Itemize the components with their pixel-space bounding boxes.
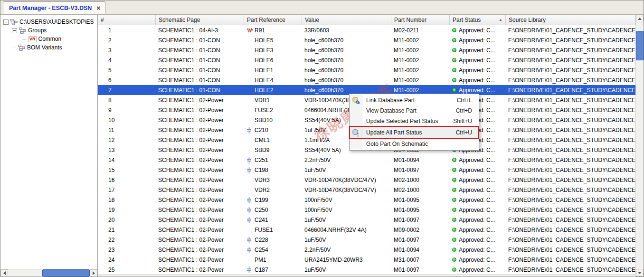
cell-row-number: 8 xyxy=(98,95,156,105)
column-header-value[interactable]: Value xyxy=(302,15,391,25)
column-header-part-reference[interactable]: Part Reference xyxy=(244,15,302,25)
capacitor-symbol-icon xyxy=(246,157,255,163)
document-tab[interactable]: Part Manager - ESCB-V3.DSN × xyxy=(3,1,105,14)
column-header-part-number[interactable]: Part Number xyxy=(391,15,450,25)
cell-part-reference: R91 xyxy=(244,25,302,35)
cell-row-number: 23 xyxy=(98,245,156,255)
variant-icon: VR xyxy=(28,36,37,42)
status-approved-icon xyxy=(452,48,456,52)
table-row[interactable]: 6SCHEMATIC1 : 01-CONHOLE4hole_c600h370M1… xyxy=(98,75,635,85)
table-row[interactable]: 3SCHEMATIC1 : 01-CONHOLE3hole_c600h370M1… xyxy=(98,45,635,55)
cell-source-library: F:\ONEDRIVE\01_CADENCE_STUDY\CADENCE_L xyxy=(506,65,635,75)
part-status-text: Approved: C... xyxy=(459,67,495,74)
cell-part-status: Approved: C... xyxy=(450,55,506,65)
tree-item-label: Common xyxy=(38,36,62,42)
column-header-part-status[interactable]: Part Status▲ xyxy=(450,15,506,25)
scroll-thumb[interactable] xyxy=(636,31,644,60)
table-row[interactable]: 4SCHEMATIC1 : 01-CONHOLE6hole_c600h370M1… xyxy=(98,55,635,65)
capacitor-symbol-icon xyxy=(246,127,255,134)
scroll-left-button[interactable] xyxy=(0,269,8,277)
collapse-icon[interactable] xyxy=(3,19,9,25)
tree-item-bom-variants[interactable]: BOM Variants xyxy=(0,43,97,52)
menu-item-label: Update Selected Part Status xyxy=(362,118,453,124)
cell-schematic-page: SCHEMATIC1 : 01-CON xyxy=(156,45,244,55)
cell-part-number: M01-0095 xyxy=(391,195,450,205)
cell-part-reference: HOLE2 xyxy=(244,85,302,95)
table-row[interactable]: 15SCHEMATIC1 : 02-PowerC1981uF/50VM01-00… xyxy=(98,165,635,175)
table-row[interactable]: 21SCHEMATIC1 : 02-PowerFUSE10466004.NRHF… xyxy=(98,225,635,235)
part-status-text: Approved: C... xyxy=(459,257,495,263)
menu-item-goto-part-on-schematic[interactable]: Goto Part On Schematic xyxy=(350,139,479,149)
scroll-track[interactable] xyxy=(8,269,90,277)
status-approved-icon xyxy=(452,168,456,172)
menu-item-link-database-part[interactable]: Link Database PartCtrl+L xyxy=(350,95,479,105)
tree-item-label: BOM Variants xyxy=(27,44,62,51)
cell-part-status: Approved: C... xyxy=(450,185,506,195)
column-header-[interactable]: # xyxy=(98,15,156,25)
scroll-up-button[interactable] xyxy=(636,15,644,22)
cell-part-number: M02-1000 xyxy=(391,185,450,195)
cell-row-number: 10 xyxy=(98,115,156,125)
tree-root[interactable]: C:\USERS\XU\DESKTOP\ES xyxy=(0,18,97,26)
cell-value: 2.2nF/50V xyxy=(302,245,391,255)
cell-row-number: 3 xyxy=(98,45,156,55)
cell-part-reference: C241 xyxy=(244,215,302,225)
table-row[interactable]: 18SCHEMATIC1 : 02-PowerC199100nF/50VM01-… xyxy=(98,195,635,205)
table-row[interactable]: 5SCHEMATIC1 : 01-CONHOLE1hole_c600h370M1… xyxy=(98,65,635,75)
status-approved-icon xyxy=(452,28,456,32)
scroll-track[interactable] xyxy=(636,22,644,269)
table-row[interactable]: 14SCHEMATIC1 : 02-PowerC2512.2nF/50VM01-… xyxy=(98,155,635,165)
status-approved-icon xyxy=(452,188,456,192)
cell-value: 2.2nF/50V xyxy=(302,155,391,165)
menu-item-view-database-part[interactable]: View Database PartCtrl+D xyxy=(350,105,479,116)
part-reference-text: C198 xyxy=(255,167,268,173)
tab-close-icon[interactable]: × xyxy=(96,5,100,11)
cell-part-reference: HOLE3 xyxy=(244,45,302,55)
capacitor-symbol-icon xyxy=(246,247,255,253)
cell-part-number: M02-1000 xyxy=(391,175,450,185)
table-row[interactable]: 16SCHEMATIC1 : 02-PowerVDR3VDR-10D470K(3… xyxy=(98,175,635,185)
cell-part-status: Approved: C... xyxy=(450,265,506,275)
sort-ascending-icon: ▲ xyxy=(499,18,502,22)
cell-part-status: Approved: C... xyxy=(450,235,506,245)
column-header-source-library[interactable]: Source Library xyxy=(506,15,635,25)
vertical-scrollbar[interactable] xyxy=(635,15,644,277)
cell-source-library: F:\ONEDRIVE\01_CADENCE_STUDY\CADENCE_L xyxy=(506,45,635,55)
cell-schematic-page: SCHEMATIC1 : 02-Power xyxy=(156,125,244,135)
part-status-text: Approved: C... xyxy=(459,27,495,34)
part-reference-text: HOLE2 xyxy=(255,87,273,94)
part-reference-text: C210 xyxy=(255,127,268,134)
table-row[interactable]: 17SCHEMATIC1 : 02-PowerVDR2VDR-10D470K(3… xyxy=(98,185,635,195)
table-row[interactable]: 2SCHEMATIC1 : 01-CONHOLE5hole_c600h370M1… xyxy=(98,35,635,45)
column-header-schematic-page[interactable]: Schematic Page xyxy=(156,15,244,25)
collapse-icon[interactable] xyxy=(12,28,17,33)
tree-horizontal-scrollbar[interactable] xyxy=(0,269,97,277)
cell-source-library: F:\ONEDRIVE\01_CADENCE_STUDY\CADENCE_L xyxy=(506,35,635,45)
column-header-label: Part Status xyxy=(453,17,481,23)
cell-value: 100nF/50V xyxy=(302,205,391,215)
cell-schematic-page: SCHEMATIC1 : 02-Power xyxy=(156,185,244,195)
menu-item-update-selected-part-status[interactable]: Update Selected Part StatusShift+U xyxy=(350,116,479,126)
table-row[interactable]: 24SCHEMATIC1 : 02-PowerPM1URA2415YMD-20W… xyxy=(98,255,635,265)
part-reference-text: C228 xyxy=(255,237,268,243)
tree-item-common[interactable]: VR Common xyxy=(0,35,97,43)
cell-row-number: 25 xyxy=(98,265,156,275)
scroll-right-button[interactable] xyxy=(90,269,97,277)
tree-item-groups[interactable]: Groups xyxy=(0,26,97,35)
status-approved-icon xyxy=(452,38,456,42)
scroll-thumb[interactable] xyxy=(42,269,90,277)
cell-schematic-page: SCHEMATIC1 : 02-Power xyxy=(156,135,244,145)
table-row[interactable]: 20SCHEMATIC1 : 02-PowerC2411uF/50VM01-00… xyxy=(98,215,635,225)
cell-part-number: M02-0211 xyxy=(391,25,450,35)
table-row[interactable]: 22SCHEMATIC1 : 02-PowerC2281uF/50VM01-00… xyxy=(98,235,635,245)
status-approved-icon xyxy=(452,208,456,212)
table-row[interactable]: 23SCHEMATIC1 : 02-PowerC2542.2nF/50VM01-… xyxy=(98,245,635,255)
cell-source-library: F:\ONEDRIVE\01_CADENCE_STUDY\CADENCE_L xyxy=(506,245,635,255)
cell-source-library: F:\ONEDRIVE\01_CADENCE_STUDY\CADENCE_L xyxy=(506,255,635,265)
table-row[interactable]: 25SCHEMATIC1 : 02-PowerC1871uF/50VM01-00… xyxy=(98,265,635,275)
menu-item-update-all-part-status[interactable]: Update All Part StatusCtrl+U xyxy=(350,126,479,139)
scroll-down-button[interactable] xyxy=(636,269,644,277)
table-row[interactable]: 19SCHEMATIC1 : 02-PowerC250100nF/50VM01-… xyxy=(98,205,635,215)
table-row[interactable]: 1SCHEMATIC1 : 04-AI-3R9133R/0603M02-0211… xyxy=(98,25,635,35)
cell-value: hole_c600h370 xyxy=(302,35,391,45)
